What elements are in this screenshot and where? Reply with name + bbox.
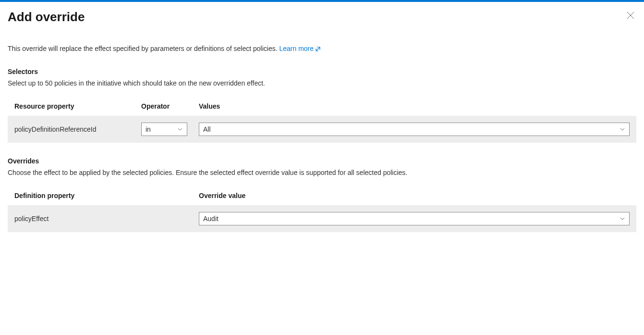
overrides-table-header: Definition property Override value [8, 192, 636, 205]
main-container: Add override This override will replace … [0, 2, 644, 232]
chevron-down-icon [620, 126, 625, 132]
external-link-icon [315, 46, 321, 52]
close-button[interactable] [625, 10, 636, 21]
values-select-value: All [203, 125, 211, 133]
operator-select[interactable]: in [141, 123, 187, 136]
col-header-operator: Operator [141, 102, 199, 110]
page-title: Add override [8, 10, 85, 25]
selectors-heading: Selectors [8, 68, 636, 75]
description-text: This override will replace the effect sp… [8, 45, 279, 52]
chevron-down-icon [177, 126, 183, 132]
selectors-table-header: Resource property Operator Values [8, 102, 636, 116]
override-value-select-value: Audit [203, 215, 219, 223]
overrides-heading: Overrides [8, 157, 636, 165]
chevron-down-icon [620, 216, 625, 222]
col-header-definition-property: Definition property [14, 192, 199, 199]
override-description: This override will replace the effect sp… [8, 44, 636, 53]
col-header-resource-property: Resource property [14, 102, 141, 110]
col-header-override-value: Override value [199, 192, 630, 199]
operator-select-value: in [146, 125, 151, 133]
selectors-description: Select up to 50 policies in the initiati… [8, 78, 636, 88]
values-cell: All [199, 123, 630, 136]
col-header-values: Values [199, 102, 630, 110]
learn-more-link[interactable]: Learn more [279, 45, 321, 52]
override-value-cell: Audit [199, 212, 630, 225]
resource-property-cell: policyDefinitionReferenceId [14, 125, 141, 133]
selectors-row: policyDefinitionReferenceId in All [8, 116, 636, 143]
definition-property-cell: policyEffect [14, 215, 199, 223]
header-row: Add override [8, 10, 636, 25]
close-icon [627, 12, 634, 19]
overrides-row: policyEffect Audit [8, 205, 636, 232]
values-select[interactable]: All [199, 123, 630, 136]
override-value-select[interactable]: Audit [199, 212, 630, 225]
overrides-description: Choose the effect to be applied by the s… [8, 168, 636, 177]
operator-cell: in [141, 123, 199, 136]
